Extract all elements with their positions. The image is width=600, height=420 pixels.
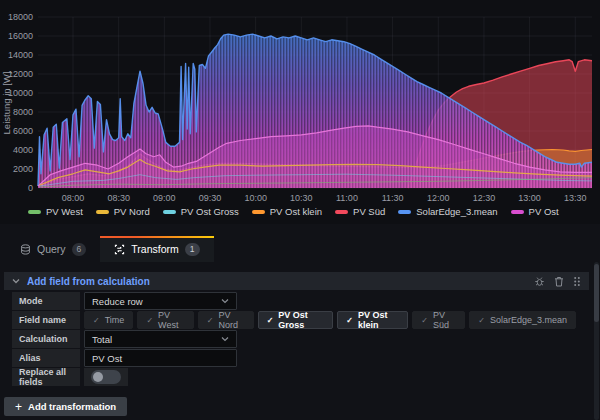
transform-editor: Add field from calculation xyxy=(0,262,600,420)
legend-item[interactable]: PV Ost klein xyxy=(252,206,322,217)
legend-item[interactable]: SolarEdge_3.mean xyxy=(398,206,497,217)
svg-text:09:30: 09:30 xyxy=(199,193,222,203)
legend-marker xyxy=(163,210,176,214)
svg-text:6000: 6000 xyxy=(13,126,33,136)
legend-marker xyxy=(511,210,524,214)
svg-text:08:30: 08:30 xyxy=(107,193,130,203)
field-chip-label: SolarEdge_3.mean xyxy=(490,315,567,325)
toggle-knob xyxy=(93,372,103,382)
debug-icon[interactable] xyxy=(534,276,545,287)
chart-legend: PV WestPV NordPV Ost GrossPV Ost kleinPV… xyxy=(28,206,559,217)
legend-item[interactable]: PV Nord xyxy=(96,206,150,217)
check-icon: ✓ xyxy=(478,316,485,325)
svg-text:13:00: 13:00 xyxy=(518,193,541,203)
calculation-select[interactable]: Total xyxy=(84,330,237,348)
svg-text:12:00: 12:00 xyxy=(427,193,450,203)
field-chip[interactable]: ✓PV Ost Gross xyxy=(258,311,334,329)
transform-icon xyxy=(114,244,125,255)
timeseries-chart: 0200040006000800010000120001400016000180… xyxy=(0,0,600,204)
check-icon: ✓ xyxy=(421,316,428,325)
field-chip[interactable]: ✓Time xyxy=(84,311,133,329)
mode-label: Mode xyxy=(12,292,80,310)
calculation-row: Calculation Total xyxy=(12,330,580,348)
legend-item[interactable]: PV Ost Gross xyxy=(163,206,239,217)
alias-input[interactable] xyxy=(84,349,237,367)
svg-text:18000: 18000 xyxy=(8,12,33,22)
check-icon: ✓ xyxy=(146,316,153,325)
legend-label: PV Nord xyxy=(114,206,150,217)
alias-row: Alias xyxy=(12,349,580,367)
legend-label: PV Süd xyxy=(353,206,385,217)
plus-icon: + xyxy=(15,400,22,414)
editor-tabbar: Query 6 Transform 1 xyxy=(0,236,600,262)
legend-label: SolarEdge_3.mean xyxy=(416,206,497,217)
chevron-down-icon xyxy=(221,335,229,343)
alias-label: Alias xyxy=(12,349,80,367)
add-transformation-button[interactable]: + Add transformation xyxy=(4,397,127,416)
svg-text:11:30: 11:30 xyxy=(382,193,404,203)
check-icon: ✓ xyxy=(207,316,214,325)
svg-text:8000: 8000 xyxy=(13,107,33,117)
field-chip[interactable]: ✓PV Süd xyxy=(412,311,465,329)
trash-icon[interactable] xyxy=(554,276,564,287)
svg-text:16000: 16000 xyxy=(8,31,33,41)
field-chip-label: PV Süd xyxy=(433,310,456,330)
legend-label: PV West xyxy=(46,206,83,217)
field-chip-label: PV Ost Gross xyxy=(278,310,324,330)
legend-item[interactable]: PV Ost xyxy=(511,206,559,217)
field-name-options: ✓Time✓PV West✓PV Nord✓PV Ost Gross✓PV Os… xyxy=(84,311,580,329)
svg-text:13:30: 13:30 xyxy=(564,193,587,203)
svg-text:14000: 14000 xyxy=(8,50,33,60)
tab-query-label: Query xyxy=(37,243,66,255)
legend-label: PV Ost Gross xyxy=(181,206,239,217)
field-chip[interactable]: ✓PV Nord xyxy=(198,311,254,329)
check-icon: ✓ xyxy=(267,316,274,325)
transformation-header: Add field from calculation xyxy=(4,272,589,290)
field-name-row: Field name ✓Time✓PV West✓PV Nord✓PV Ost … xyxy=(12,311,580,329)
calculation-label: Calculation xyxy=(12,330,80,348)
timeseries-panel: 0200040006000800010000120001400016000180… xyxy=(0,0,600,224)
mode-select[interactable]: Reduce row xyxy=(84,292,237,310)
legend-marker xyxy=(252,210,265,214)
transformation-options: Mode Reduce row Field name ✓Time✓PV West… xyxy=(12,292,580,387)
grafana-panel-editor: 0200040006000800010000120001400016000180… xyxy=(0,0,600,420)
replace-all-fields-toggle[interactable] xyxy=(84,368,128,386)
mode-select-value: Reduce row xyxy=(92,296,143,307)
replace-all-fields-row: Replace all fields xyxy=(12,368,580,386)
tab-query[interactable]: Query 6 xyxy=(6,236,100,262)
field-chip-label: PV Nord xyxy=(219,310,245,330)
legend-item[interactable]: PV Süd xyxy=(335,206,385,217)
svg-text:4000: 4000 xyxy=(13,145,33,155)
drag-handle-icon[interactable] xyxy=(573,276,581,287)
svg-text:08:00: 08:00 xyxy=(62,193,85,203)
field-chip[interactable]: ✓PV West xyxy=(137,311,193,329)
calculation-select-value: Total xyxy=(92,334,112,345)
svg-text:12:30: 12:30 xyxy=(473,193,496,203)
field-chip-label: PV Ost klein xyxy=(358,310,399,330)
svg-text:11:00: 11:00 xyxy=(336,193,358,203)
svg-text:09:00: 09:00 xyxy=(153,193,176,203)
mode-row: Mode Reduce row xyxy=(12,292,580,310)
svg-text:10:30: 10:30 xyxy=(290,193,313,203)
legend-item[interactable]: PV West xyxy=(28,206,83,217)
check-icon: ✓ xyxy=(93,316,100,325)
svg-text:10:00: 10:00 xyxy=(244,193,267,203)
scrollbar[interactable] xyxy=(594,262,599,420)
legend-marker xyxy=(28,210,41,214)
field-name-label: Field name xyxy=(12,311,80,329)
chevron-down-icon[interactable] xyxy=(12,277,20,285)
legend-marker xyxy=(96,210,109,214)
field-chip-label: Time xyxy=(105,315,125,325)
transformation-title[interactable]: Add field from calculation xyxy=(27,276,534,287)
legend-label: PV Ost xyxy=(529,206,559,217)
add-transformation-label: Add transformation xyxy=(28,401,116,412)
scrollbar-thumb[interactable] xyxy=(594,264,599,322)
field-chip[interactable]: ✓SolarEdge_3.mean xyxy=(469,311,576,329)
tab-transform[interactable]: Transform 1 xyxy=(100,236,213,262)
svg-text:Leistung in [W]: Leistung in [W] xyxy=(1,72,12,135)
chevron-down-icon xyxy=(221,297,229,305)
replace-all-fields-label: Replace all fields xyxy=(12,368,80,386)
tab-transform-label: Transform xyxy=(131,243,178,255)
field-chip[interactable]: ✓PV Ost klein xyxy=(337,311,408,329)
tab-transform-count: 1 xyxy=(185,243,200,256)
